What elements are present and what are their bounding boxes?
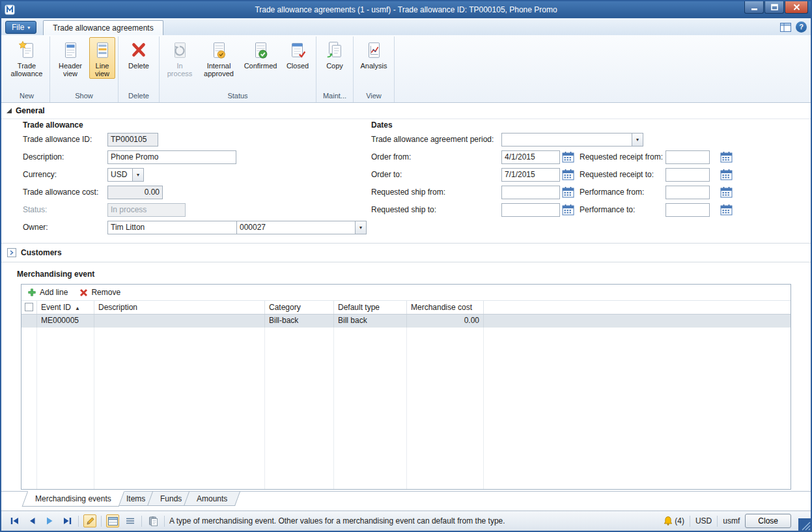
category-cell[interactable]: Bill-back [265, 315, 334, 328]
column-header-description[interactable]: Description [94, 301, 265, 314]
requested-receipt-to-field[interactable] [665, 168, 710, 182]
statusbar-right: (4) USD usmf Close [663, 514, 791, 528]
trade-allowance-id-field: TP000105 [107, 133, 158, 147]
owner-name-field[interactable]: Tim Litton [107, 221, 237, 234]
row-select-cell[interactable] [21, 315, 37, 328]
requested-ship-to-calendar-icon[interactable] [562, 204, 574, 216]
owner-label: Owner: [23, 221, 48, 234]
header-view-label: Header view [54, 62, 87, 77]
closed-icon [288, 40, 307, 61]
help-icon[interactable]: ? [796, 21, 807, 33]
select-all-checkbox[interactable] [25, 303, 33, 311]
order-from-field[interactable]: 4/1/2015 [501, 150, 560, 164]
column-header-event-id[interactable]: Event ID▲ [37, 301, 94, 314]
column-header-default-type[interactable]: Default type [334, 301, 407, 314]
remove-x-icon [79, 288, 88, 297]
trade-allowance-cost-field: 0.00 [107, 186, 163, 199]
copy-button[interactable]: Copy [319, 37, 350, 71]
tab-merchandising-events-label: Merchandising events [35, 494, 111, 503]
currency-field[interactable]: USD [107, 168, 133, 182]
performance-from-calendar-icon[interactable] [720, 187, 733, 198]
performance-to-calendar-icon[interactable] [720, 204, 733, 216]
requested-receipt-to-calendar-icon[interactable] [720, 169, 733, 180]
agreement-period-dropdown-button[interactable]: ▾ [632, 133, 643, 147]
performance-to-label: Performance to: [580, 203, 635, 217]
confirmed-button[interactable]: Confirmed [240, 37, 281, 71]
maximize-button[interactable] [764, 1, 784, 14]
requested-ship-from-field[interactable] [501, 186, 560, 199]
header-view-button[interactable]: Header view [53, 37, 88, 79]
add-line-button[interactable]: Add line [27, 288, 68, 297]
tab-amounts[interactable]: Amounts [184, 492, 240, 506]
order-to-field[interactable]: 7/1/2015 [501, 168, 560, 182]
resize-grip[interactable] [798, 518, 811, 531]
requested-receipt-from-field[interactable] [665, 150, 710, 164]
line-view-icon [92, 40, 112, 61]
bottom-tab-strip: Merchandising events Items Funds Amounts [1, 491, 811, 508]
table-row[interactable]: ME000005 Bill-back Bill back 0.00 [21, 315, 791, 328]
statusbar-help-text: A type of merchandising event. Other val… [169, 516, 505, 525]
owner-dropdown-button[interactable]: ▾ [355, 221, 367, 234]
first-record-icon[interactable] [8, 514, 21, 527]
trade-allowance-cost-label: Trade allowance cost: [23, 186, 98, 199]
order-from-calendar-icon[interactable] [562, 152, 574, 163]
statusbar-company[interactable]: usmf [723, 516, 740, 525]
agreement-period-label: Trade allowance agreement period: [371, 133, 494, 147]
event-id-cell[interactable]: ME000005 [37, 315, 94, 328]
tab-amounts-label: Amounts [197, 494, 228, 503]
performance-to-field[interactable] [665, 203, 710, 217]
in-process-label: In process [163, 62, 196, 77]
document-tab[interactable]: Trade allowance agreements [43, 20, 163, 35]
ribbon-group-status: In process Internal approved Confirmed [160, 36, 316, 102]
customers-section-header[interactable]: Customers [1, 243, 811, 262]
order-to-label: Order to: [371, 168, 402, 182]
performance-from-field[interactable] [665, 186, 710, 199]
edit-mode-pencil-icon[interactable] [83, 514, 96, 527]
notification-count: (4) [675, 516, 684, 525]
statusbar-currency[interactable]: USD [695, 516, 712, 525]
last-record-icon[interactable] [61, 514, 74, 527]
line-view-label: Line view [91, 62, 114, 77]
plus-icon [27, 288, 36, 297]
default-type-cell[interactable]: Bill back [334, 315, 407, 328]
analysis-button[interactable]: Analysis [356, 37, 391, 71]
next-record-icon[interactable] [43, 514, 56, 527]
requested-ship-from-calendar-icon[interactable] [562, 187, 574, 198]
notifications-button[interactable]: (4) [663, 516, 684, 526]
grid-view-icon[interactable] [106, 514, 119, 527]
requested-ship-to-field[interactable] [501, 203, 560, 217]
ribbon: Trade allowance New Header view Line vie… [1, 35, 811, 103]
file-menu-button[interactable]: File ▾ [5, 21, 36, 34]
ribbon-group-delete-label: Delete [121, 91, 156, 102]
currency-dropdown-button[interactable]: ▾ [132, 168, 144, 182]
internal-approved-button[interactable]: Internal approved [199, 37, 239, 79]
closed-button[interactable]: Closed [282, 37, 313, 71]
line-view-button[interactable]: Line view [89, 37, 115, 79]
workspace-layout-icon[interactable] [780, 23, 791, 32]
delete-button[interactable]: Delete [121, 37, 156, 71]
document-attachments-icon[interactable] [147, 514, 160, 527]
column-header-merchandise-cost[interactable]: Merchandise cost [407, 301, 484, 314]
description-cell[interactable] [94, 315, 265, 328]
status-label: Status: [23, 203, 47, 217]
trade-allowance-button[interactable]: Trade allowance [7, 37, 47, 79]
description-field[interactable]: Phone Promo [107, 150, 236, 164]
closed-label: Closed [287, 62, 309, 70]
previous-record-icon[interactable] [25, 514, 38, 527]
requested-receipt-from-calendar-icon[interactable] [720, 152, 733, 163]
close-button[interactable]: Close [745, 514, 791, 528]
remove-button[interactable]: Remove [79, 288, 120, 297]
owner-id-field[interactable]: 000027 [236, 221, 356, 234]
close-window-button[interactable] [785, 1, 808, 14]
merchandise-cost-cell[interactable]: 0.00 [407, 315, 484, 328]
minimize-button[interactable] [744, 1, 764, 14]
column-header-category[interactable]: Category [265, 301, 334, 314]
window-title: Trade allowance agreements (1 - usmf) - … [1, 5, 811, 14]
order-to-calendar-icon[interactable] [562, 169, 574, 180]
agreement-period-field[interactable] [501, 133, 632, 147]
menubar-right: ? [780, 21, 807, 33]
tab-merchandising-events[interactable]: Merchandising events [22, 491, 124, 507]
list-view-icon[interactable] [124, 514, 137, 527]
app-icon[interactable] [5, 5, 15, 15]
general-section-header[interactable]: General [7, 106, 45, 115]
